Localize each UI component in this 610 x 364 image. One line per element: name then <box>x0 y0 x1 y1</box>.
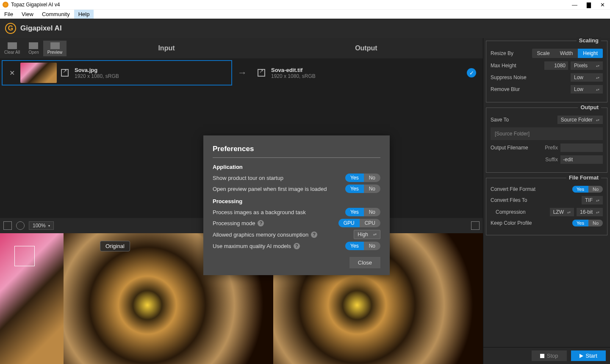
toggle-no[interactable]: No <box>588 186 603 193</box>
open-button[interactable]: Open <box>24 41 43 56</box>
open-external-icon[interactable] <box>61 69 69 77</box>
clear-icon <box>8 42 17 49</box>
toggle-yes[interactable]: Yes <box>572 220 588 226</box>
remove-blur-select[interactable]: Low ▴▾ <box>571 85 603 94</box>
chevron-updown-icon: ▴▾ <box>373 233 377 236</box>
pref-openpreview-toggle[interactable]: Yes No <box>345 185 380 193</box>
bitdepth-select[interactable]: 16-bit ▴▾ <box>577 208 603 216</box>
preview-button[interactable]: Preview <box>43 41 67 56</box>
app-logo-icon <box>3 2 8 8</box>
output-file-card[interactable]: Sova-edit.tif 1920 x 1080, sRGB ✓ <box>252 60 481 85</box>
seg-width[interactable]: Width <box>555 49 578 58</box>
zoom-level-select[interactable]: 100% ▾ <box>29 221 54 230</box>
select-value: Source Folder <box>561 117 593 123</box>
toggle-no[interactable]: No <box>364 185 380 193</box>
output-column-header: Output <box>266 44 466 52</box>
dialog-title: Preferences <box>213 145 380 153</box>
suppress-noise-select[interactable]: Low ▴▾ <box>571 73 603 82</box>
convert-format-label: Convert File Format <box>491 186 572 192</box>
menu-view[interactable]: View <box>17 10 38 19</box>
select-value: Low <box>574 74 583 80</box>
file-row: ✕ Sova.jpg 1920 x 1080, sRGB → Sova-edit… <box>0 58 483 87</box>
window-title: Topaz Gigapixel AI v4 <box>11 2 60 8</box>
zoom-value: 100% <box>33 223 46 229</box>
toggle-yes[interactable]: Yes <box>345 208 364 216</box>
help-icon[interactable]: ? <box>294 243 300 249</box>
seg-scale[interactable]: Scale <box>532 49 555 58</box>
compression-select[interactable]: LZW ▴▾ <box>550 208 574 216</box>
pref-memory-select[interactable]: High ▴▾ <box>354 230 380 239</box>
toggle-no[interactable]: No <box>588 220 603 226</box>
toggle-yes[interactable]: Yes <box>572 186 588 193</box>
stop-button[interactable]: Stop <box>532 350 567 361</box>
pref-tour-toggle[interactable]: Yes No <box>345 174 380 182</box>
pref-bg-label: Process images as a background task <box>213 209 345 215</box>
pref-mode-toggle[interactable]: GPU CPU <box>338 219 380 227</box>
panel-fileformat: File Format Convert File Format Yes No C… <box>486 178 607 235</box>
save-to-select[interactable]: Source Folder ▴▾ <box>557 116 603 124</box>
output-file-name: Sova-edit.tif <box>271 67 316 73</box>
toggle-cpu[interactable]: CPU <box>360 219 380 227</box>
zoom-tool-button[interactable] <box>16 221 25 230</box>
stop-icon <box>540 354 544 358</box>
chevron-updown-icon: ▴▾ <box>567 210 571 214</box>
select-value: High <box>358 232 368 237</box>
resize-by-segment[interactable]: Scale Width Height <box>532 49 603 58</box>
start-label: Start <box>586 353 597 359</box>
panel-output-title: Output <box>578 104 601 110</box>
toggle-no[interactable]: No <box>364 208 380 216</box>
toggle-yes[interactable]: Yes <box>345 174 364 182</box>
toggle-yes[interactable]: Yes <box>345 242 364 250</box>
preferences-dialog: Preferences Application Show product tou… <box>203 135 390 275</box>
chevron-down-icon: ▾ <box>48 224 50 228</box>
max-height-label: Max Height <box>491 63 544 69</box>
help-icon[interactable]: ? <box>258 220 264 226</box>
menu-community[interactable]: Community <box>38 10 74 19</box>
panel-scaling-title: Scaling <box>577 37 601 44</box>
input-column-header: Input <box>67 44 266 52</box>
menu-help[interactable]: Help <box>74 10 94 19</box>
suffix-input[interactable] <box>560 155 603 164</box>
max-height-input[interactable] <box>544 61 568 70</box>
minimize-button[interactable]: — <box>572 2 577 8</box>
pref-tour-label: Show product tour on startup <box>213 175 345 181</box>
pref-maxquality-label: Use maximum quality AI models ? <box>213 243 345 249</box>
compare-layout-button[interactable] <box>3 221 12 230</box>
toggle-gpu[interactable]: GPU <box>338 219 360 227</box>
close-dialog-button[interactable]: Close <box>349 257 380 268</box>
preview-settings-button[interactable] <box>471 221 480 230</box>
start-button[interactable]: Start <box>571 350 606 361</box>
convert-format-toggle[interactable]: Yes No <box>572 186 603 193</box>
help-icon[interactable]: ? <box>311 232 317 238</box>
output-filename-label: Output Filename <box>491 145 545 151</box>
toggle-no[interactable]: No <box>364 242 380 250</box>
preview-navigator[interactable] <box>0 233 64 364</box>
section-processing: Processing <box>213 198 380 204</box>
save-to-label: Save To <box>491 117 557 123</box>
seg-height[interactable]: Height <box>578 49 603 58</box>
select-value: LZW <box>553 209 564 215</box>
chevron-updown-icon: ▴▾ <box>596 199 599 202</box>
select-value: Pixels <box>574 63 588 69</box>
window-titlebar: Topaz Gigapixel AI v4 — ▇ ✕ <box>0 0 610 9</box>
navigator-viewport[interactable] <box>14 246 35 266</box>
clear-all-button[interactable]: Clear All <box>0 41 24 56</box>
max-height-unit-select[interactable]: Pixels ▴▾ <box>571 61 603 70</box>
menu-file[interactable]: File <box>0 10 17 19</box>
pref-maxquality-toggle[interactable]: Yes No <box>345 242 380 250</box>
pref-openpreview-label: Open preview panel when first image is l… <box>213 186 345 192</box>
convert-to-label: Convert Files To <box>491 197 582 203</box>
toggle-no[interactable]: No <box>364 174 380 182</box>
open-output-external-icon[interactable] <box>258 69 265 77</box>
bottom-bar: Stop Start <box>483 347 610 364</box>
convert-to-select[interactable]: TIF ▴▾ <box>582 196 603 204</box>
remove-file-button[interactable]: ✕ <box>8 69 16 77</box>
close-window-button[interactable]: ✕ <box>600 2 605 8</box>
pref-bg-toggle[interactable]: Yes No <box>345 208 380 216</box>
toggle-yes[interactable]: Yes <box>345 185 364 193</box>
prefix-input[interactable] <box>560 143 603 152</box>
input-file-card[interactable]: ✕ Sova.jpg 1920 x 1080, sRGB <box>2 60 232 85</box>
keep-profile-toggle[interactable]: Yes No <box>572 220 603 226</box>
maximize-button[interactable]: ▇ <box>587 2 591 8</box>
panel-fileformat-title: File Format <box>566 174 601 181</box>
